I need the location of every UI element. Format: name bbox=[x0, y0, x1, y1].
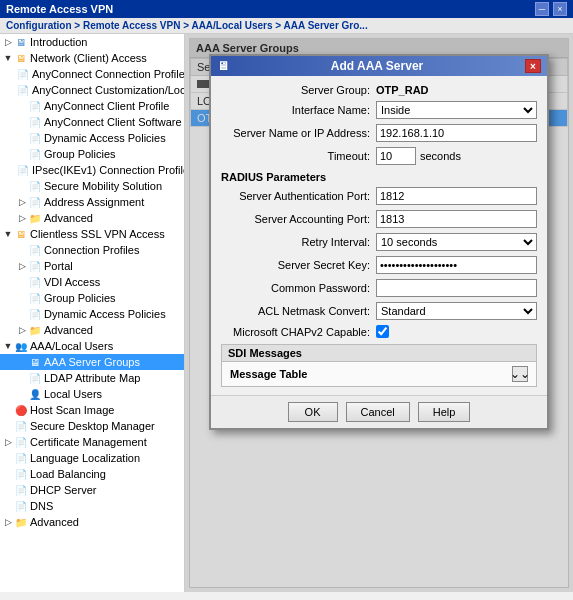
sidebar-item-connection-profiles[interactable]: 📄 Connection Profiles bbox=[0, 242, 184, 258]
sidebar-item-label: AnyConnect Client Software bbox=[44, 116, 182, 128]
modal-icon: 🖥 bbox=[217, 59, 229, 73]
doc-icon: 📄 bbox=[16, 83, 30, 97]
server-address-input[interactable] bbox=[376, 124, 537, 142]
timeout-input[interactable] bbox=[376, 147, 416, 165]
expand-icon bbox=[16, 356, 28, 368]
sidebar-item-clientless-ssl[interactable]: ▼ 🖥 Clientless SSL VPN Access bbox=[0, 226, 184, 242]
doc-icon: 📄 bbox=[28, 291, 42, 305]
doc-icon: 📄 bbox=[14, 499, 28, 513]
expand-icon: ▷ bbox=[16, 212, 28, 224]
server-address-label: Server Name or IP Address: bbox=[221, 127, 376, 139]
sidebar-item-network-client-access[interactable]: ▼ 🖥 Network (Client) Access bbox=[0, 50, 184, 66]
sidebar-item-aaa-server-groups[interactable]: 🖥 AAA Server Groups bbox=[0, 354, 184, 370]
sidebar-item-advanced1[interactable]: ▷ 📁 Advanced bbox=[0, 210, 184, 226]
sidebar-item-secure-mobility[interactable]: 📄 Secure Mobility Solution bbox=[0, 178, 184, 194]
close-button[interactable]: × bbox=[553, 2, 567, 16]
interface-name-select[interactable]: Inside bbox=[376, 101, 537, 119]
sidebar-item-advanced3[interactable]: ▷ 📁 Advanced bbox=[0, 514, 184, 530]
common-password-label: Common Password: bbox=[221, 282, 376, 294]
common-password-input[interactable] bbox=[376, 279, 537, 297]
sidebar-item-introduction[interactable]: ▷ 🖥 Introduction bbox=[0, 34, 184, 50]
sidebar-item-label: Certificate Management bbox=[30, 436, 147, 448]
sidebar-item-ipsec-connection-profiles[interactable]: 📄 IPsec(IKEv1) Connection Profiles bbox=[0, 162, 184, 178]
expand-icon: ▷ bbox=[16, 324, 28, 336]
interface-name-row: Interface Name: Inside bbox=[221, 101, 537, 119]
sidebar-item-certificate-management[interactable]: ▷ 📄 Certificate Management bbox=[0, 434, 184, 450]
sidebar-item-label: Secure Mobility Solution bbox=[44, 180, 162, 192]
breadcrumb: Configuration > Remote Access VPN > AAA/… bbox=[0, 18, 573, 34]
secret-key-input[interactable] bbox=[376, 256, 537, 274]
sidebar-item-anyconnect-client-software[interactable]: 📄 AnyConnect Client Software bbox=[0, 114, 184, 130]
sidebar-item-dynamic-access-policies[interactable]: 📄 Dynamic Access Policies bbox=[0, 130, 184, 146]
sidebar-item-label: Address Assignment bbox=[44, 196, 144, 208]
sidebar-item-label: Network (Client) Access bbox=[30, 52, 147, 64]
ok-button[interactable]: OK bbox=[288, 402, 338, 422]
sidebar-item-label: IPsec(IKEv1) Connection Profiles bbox=[32, 164, 185, 176]
expand-icon bbox=[16, 372, 28, 384]
auth-port-input[interactable] bbox=[376, 187, 537, 205]
sidebar-item-anyconnect-profiles[interactable]: 📄 AnyConnect Connection Profiles bbox=[0, 66, 184, 82]
sdi-title: SDI Messages bbox=[228, 347, 302, 359]
minimize-button[interactable]: ─ bbox=[535, 2, 549, 16]
expand-icon: ▷ bbox=[16, 196, 28, 208]
secret-key-row: Server Secret Key: bbox=[221, 256, 537, 274]
sidebar-item-label: AnyConnect Client Profile bbox=[44, 100, 169, 112]
modal-close-button[interactable]: × bbox=[525, 59, 541, 73]
sidebar-item-label: AAA Server Groups bbox=[44, 356, 140, 368]
doc-icon: 📄 bbox=[16, 67, 30, 81]
sidebar-item-ldap-attribute-map[interactable]: 📄 LDAP Attribute Map bbox=[0, 370, 184, 386]
sidebar-item-anyconnect-customization[interactable]: 📄 AnyConnect Customization/Local... bbox=[0, 82, 184, 98]
message-table-label: Message Table bbox=[230, 368, 307, 380]
sidebar-item-label: Local Users bbox=[44, 388, 102, 400]
chapv2-label: Microsoft CHAPv2 Capable: bbox=[221, 326, 376, 338]
sidebar-item-label: Load Balancing bbox=[30, 468, 106, 480]
sidebar-item-dns[interactable]: 📄 DNS bbox=[0, 498, 184, 514]
sdi-expand-button[interactable]: ⌄⌄ bbox=[512, 366, 528, 382]
sidebar-item-label: AAA/Local Users bbox=[30, 340, 113, 352]
sidebar-item-secure-desktop-manager[interactable]: 📄 Secure Desktop Manager bbox=[0, 418, 184, 434]
expand-icon bbox=[16, 180, 28, 192]
doc-icon: 📄 bbox=[16, 163, 30, 177]
server-address-row: Server Name or IP Address: bbox=[221, 124, 537, 142]
sidebar-item-group-policies2[interactable]: 📄 Group Policies bbox=[0, 290, 184, 306]
sidebar-item-anyconnect-client-profile[interactable]: 📄 AnyConnect Client Profile bbox=[0, 98, 184, 114]
help-button[interactable]: Help bbox=[418, 402, 471, 422]
sidebar-item-dynamic-access-policies2[interactable]: 📄 Dynamic Access Policies bbox=[0, 306, 184, 322]
sidebar-item-label: Introduction bbox=[30, 36, 87, 48]
sidebar-item-load-balancing[interactable]: 📄 Load Balancing bbox=[0, 466, 184, 482]
sidebar-item-local-users[interactable]: 👤 Local Users bbox=[0, 386, 184, 402]
accounting-port-input[interactable] bbox=[376, 210, 537, 228]
sidebar-item-label: DHCP Server bbox=[30, 484, 96, 496]
sidebar-item-group-policies[interactable]: 📄 Group Policies bbox=[0, 146, 184, 162]
auth-port-row: Server Authentication Port: bbox=[221, 187, 537, 205]
sidebar-item-label: Clientless SSL VPN Access bbox=[30, 228, 165, 240]
sidebar-item-portal[interactable]: ▷ 📄 Portal bbox=[0, 258, 184, 274]
content-area: AAA Server Groups Server Group Protocol … bbox=[185, 34, 573, 592]
retry-interval-select[interactable]: 10 seconds bbox=[376, 233, 537, 251]
folder-icon: 📁 bbox=[28, 211, 42, 225]
sidebar-item-advanced2[interactable]: ▷ 📁 Advanced bbox=[0, 322, 184, 338]
secure-icon: 📄 bbox=[28, 179, 42, 193]
chapv2-checkbox[interactable] bbox=[376, 325, 389, 338]
doc-icon: 📄 bbox=[28, 371, 42, 385]
sidebar-item-aaa-local-users[interactable]: ▼ 👥 AAA/Local Users bbox=[0, 338, 184, 354]
cancel-button[interactable]: Cancel bbox=[346, 402, 410, 422]
sidebar-item-label: AnyConnect Connection Profiles bbox=[32, 68, 185, 80]
sidebar-item-label: Advanced bbox=[44, 324, 93, 336]
expand-icon: ▼ bbox=[2, 228, 14, 240]
sidebar-item-vdi-access[interactable]: 📄 VDI Access bbox=[0, 274, 184, 290]
sidebar-item-language-localization[interactable]: 📄 Language Localization bbox=[0, 450, 184, 466]
sidebar-item-dhcp-server[interactable]: 📄 DHCP Server bbox=[0, 482, 184, 498]
sidebar-item-host-scan-image[interactable]: 🔴 Host Scan Image bbox=[0, 402, 184, 418]
expand-icon: ▼ bbox=[2, 340, 14, 352]
timeout-row: Timeout: seconds bbox=[221, 147, 537, 165]
folder-icon: 🖥 bbox=[14, 51, 28, 65]
sidebar-item-label: LDAP Attribute Map bbox=[44, 372, 140, 384]
sidebar-item-address-assignment[interactable]: ▷ 📄 Address Assignment bbox=[0, 194, 184, 210]
common-password-row: Common Password: bbox=[221, 279, 537, 297]
add-aaa-server-modal: 🖥 Add AAA Server × Server Group: OTP_RAD… bbox=[209, 54, 549, 430]
expand-icon bbox=[16, 308, 28, 320]
acl-netmask-select[interactable]: Standard bbox=[376, 302, 537, 320]
group-icon: 👥 bbox=[14, 339, 28, 353]
expand-icon: ▷ bbox=[2, 516, 14, 528]
